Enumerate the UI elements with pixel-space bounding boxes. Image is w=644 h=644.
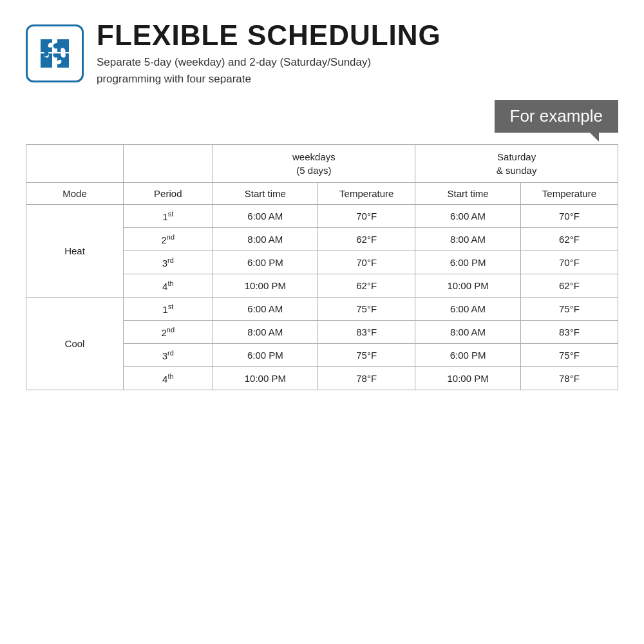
th-empty-mode: [26, 145, 124, 183]
wd-temp-cell: 75°F: [318, 298, 415, 321]
wd-temp-cell: 70°F: [318, 251, 415, 274]
puzzle-icon: [35, 34, 74, 73]
wd-start-cell: 10:00 PM: [213, 367, 318, 390]
wd-start-cell: 6:00 PM: [213, 251, 318, 274]
group-header-row: weekdays(5 days) Saturday& sunday: [26, 145, 618, 183]
th-weekend: Saturday& sunday: [415, 145, 618, 183]
we-start-cell: 6:00 PM: [415, 251, 521, 274]
period-cell: 3rd: [124, 344, 213, 367]
we-temp-cell: 70°F: [520, 251, 618, 274]
we-start-cell: 10:00 PM: [415, 274, 521, 298]
wd-start-cell: 6:00 AM: [213, 205, 318, 228]
wd-temp-cell: 62°F: [318, 274, 415, 298]
period-cell: 3rd: [124, 251, 213, 274]
th-we-temp: Temperature: [520, 183, 618, 205]
table-row: Cool1st6:00 AM75°F6:00 AM75°F: [26, 298, 618, 321]
page-title: FLEXIBLE SCHEDULING: [97, 19, 441, 52]
we-temp-cell: 83°F: [520, 321, 618, 344]
wd-start-cell: 8:00 AM: [213, 321, 318, 344]
wd-temp-cell: 75°F: [318, 344, 415, 367]
wd-start-cell: 10:00 PM: [213, 274, 318, 298]
wd-temp-cell: 83°F: [318, 321, 415, 344]
we-start-cell: 6:00 AM: [415, 205, 521, 228]
mode-cell-cool: Cool: [26, 298, 124, 390]
th-wd-temp: Temperature: [318, 183, 415, 205]
wd-temp-cell: 70°F: [318, 205, 415, 228]
subheader-row: Mode Period Start time Temperature Start…: [26, 183, 618, 205]
period-cell: 1st: [124, 298, 213, 321]
th-wd-starttime: Start time: [213, 183, 318, 205]
wd-start-cell: 6:00 AM: [213, 298, 318, 321]
we-start-cell: 6:00 AM: [415, 298, 521, 321]
page: FLEXIBLE SCHEDULING Separate 5-day (week…: [0, 0, 644, 644]
table-wrapper: weekdays(5 days) Saturday& sunday Mode P…: [26, 144, 618, 625]
wd-start-cell: 6:00 PM: [213, 344, 318, 367]
period-cell: 2nd: [124, 228, 213, 251]
period-cell: 4th: [124, 274, 213, 298]
mode-cell-heat: Heat: [26, 205, 124, 298]
th-weekdays: weekdays(5 days): [213, 145, 415, 183]
header-text: FLEXIBLE SCHEDULING Separate 5-day (week…: [97, 19, 441, 87]
we-start-cell: 6:00 PM: [415, 344, 521, 367]
wd-temp-cell: 62°F: [318, 228, 415, 251]
schedule-table: weekdays(5 days) Saturday& sunday Mode P…: [26, 144, 618, 390]
puzzle-icon-box: [26, 24, 84, 82]
period-cell: 4th: [124, 367, 213, 390]
table-row: Heat1st6:00 AM70°F6:00 AM70°F: [26, 205, 618, 228]
th-mode: Mode: [26, 183, 124, 205]
we-temp-cell: 75°F: [520, 344, 618, 367]
we-start-cell: 8:00 AM: [415, 321, 521, 344]
we-temp-cell: 75°F: [520, 298, 618, 321]
we-temp-cell: 78°F: [520, 367, 618, 390]
we-start-cell: 10:00 PM: [415, 367, 521, 390]
wd-start-cell: 8:00 AM: [213, 228, 318, 251]
wd-temp-cell: 78°F: [318, 367, 415, 390]
we-temp-cell: 62°F: [520, 228, 618, 251]
period-cell: 2nd: [124, 321, 213, 344]
we-temp-cell: 62°F: [520, 274, 618, 298]
example-badge-container: For example: [26, 100, 618, 133]
header: FLEXIBLE SCHEDULING Separate 5-day (week…: [26, 19, 618, 87]
page-description: Separate 5-day (weekday) and 2-day (Satu…: [97, 54, 441, 87]
we-temp-cell: 70°F: [520, 205, 618, 228]
we-start-cell: 8:00 AM: [415, 228, 521, 251]
th-empty-period: [124, 145, 213, 183]
th-period: Period: [124, 183, 213, 205]
example-badge: For example: [495, 100, 619, 133]
period-cell: 1st: [124, 205, 213, 228]
th-we-starttime: Start time: [415, 183, 521, 205]
